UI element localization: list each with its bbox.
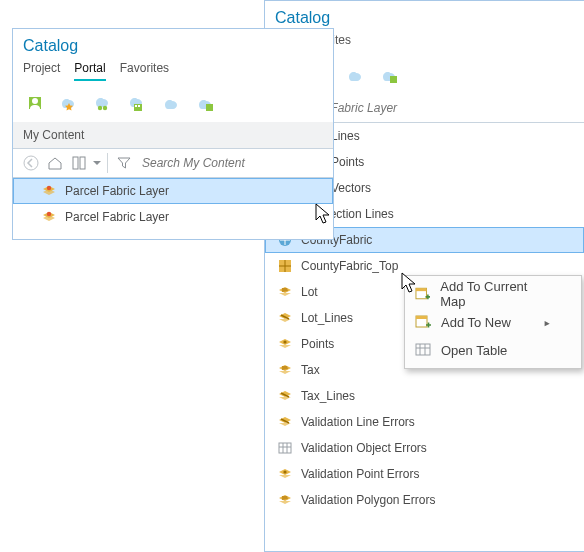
menu-label: Add To New: [441, 315, 511, 330]
svg-point-12: [32, 98, 38, 104]
svg-rect-26: [416, 344, 430, 355]
svg-rect-21: [80, 157, 85, 169]
tree-item[interactable]: Validation Point Errors: [265, 461, 584, 487]
separator: [107, 153, 108, 173]
search-input[interactable]: [136, 155, 327, 171]
svg-point-23: [47, 212, 51, 216]
menu-label: Open Table: [441, 343, 507, 358]
tab-favorites[interactable]: Favorites: [120, 61, 169, 81]
context-menu-item[interactable]: Add To Current Map: [405, 280, 581, 308]
all-portal-icon[interactable]: [159, 91, 183, 118]
svg-rect-17: [138, 105, 140, 107]
list-item[interactable]: Parcel Fabric Layer: [13, 178, 333, 204]
tree-item[interactable]: Validation Line Errors: [265, 409, 584, 435]
view-toggle-icon[interactable]: [67, 151, 91, 175]
svg-rect-5: [390, 76, 397, 83]
context-menu: Add To Current MapAdd To New▸Open Table: [404, 275, 582, 369]
svg-rect-10: [279, 443, 291, 453]
item-label: Validation Line Errors: [301, 415, 415, 429]
svg-rect-18: [206, 104, 213, 111]
catalog-panel-a: Catalog Project Portal Favorites My Cont…: [12, 28, 334, 240]
portal-icon-row: [13, 87, 333, 122]
item-label: CountyFabric_Top: [301, 259, 398, 273]
item-label: Tax: [301, 363, 320, 377]
svg-point-19: [24, 156, 38, 170]
svg-rect-20: [73, 157, 78, 169]
org-cloud-icon[interactable]: [125, 91, 149, 118]
toolbar: [13, 148, 333, 178]
tab-project[interactable]: Project: [23, 61, 60, 81]
my-content-icon[interactable]: [23, 91, 47, 118]
back-icon[interactable]: [19, 151, 43, 175]
context-menu-item[interactable]: Add To New▸: [405, 308, 581, 336]
groups-cloud-icon[interactable]: [91, 91, 115, 118]
svg-point-11: [283, 470, 286, 473]
item-label: Parcel Fabric Layer: [65, 184, 169, 198]
svg-point-13: [98, 106, 102, 110]
dropdown-icon[interactable]: [91, 151, 103, 175]
favorites-cloud-icon[interactable]: [57, 91, 81, 118]
item-label: Lot_Lines: [301, 311, 353, 325]
living-atlas-icon[interactable]: [377, 63, 401, 90]
tabs: Project Portal Favorites: [13, 57, 333, 87]
svg-point-22: [47, 186, 51, 190]
all-portal-icon[interactable]: [343, 63, 367, 90]
item-label: Validation Object Errors: [301, 441, 427, 455]
svg-rect-16: [135, 105, 137, 107]
item-label: Points: [301, 337, 334, 351]
content-section-label: My Content: [13, 122, 333, 148]
context-menu-item[interactable]: Open Table: [405, 336, 581, 364]
living-atlas-icon[interactable]: [193, 91, 217, 118]
home-icon[interactable]: [43, 151, 67, 175]
list-item[interactable]: Parcel Fabric Layer: [13, 204, 333, 230]
filter-icon[interactable]: [112, 151, 136, 175]
menu-label: Add To Current Map: [440, 279, 551, 309]
panel-title: Catalog: [13, 29, 333, 57]
tree-item[interactable]: Validation Object Errors: [265, 435, 584, 461]
item-label: Parcel Fabric Layer: [65, 210, 169, 224]
item-label: Tax_Lines: [301, 389, 355, 403]
svg-point-9: [283, 340, 286, 343]
item-label: Validation Point Errors: [301, 467, 420, 481]
tab-portal[interactable]: Portal: [74, 61, 105, 81]
content-list: Parcel Fabric LayerParcel Fabric Layer: [13, 178, 333, 230]
panel-title: Catalog: [265, 1, 584, 29]
tree-item[interactable]: Tax_Lines: [265, 383, 584, 409]
tree-item[interactable]: Validation Polygon Errors: [265, 487, 584, 513]
svg-point-14: [103, 106, 107, 110]
submenu-arrow-icon: ▸: [543, 315, 551, 330]
item-label: Lot: [301, 285, 318, 299]
item-label: Validation Polygon Errors: [301, 493, 436, 507]
